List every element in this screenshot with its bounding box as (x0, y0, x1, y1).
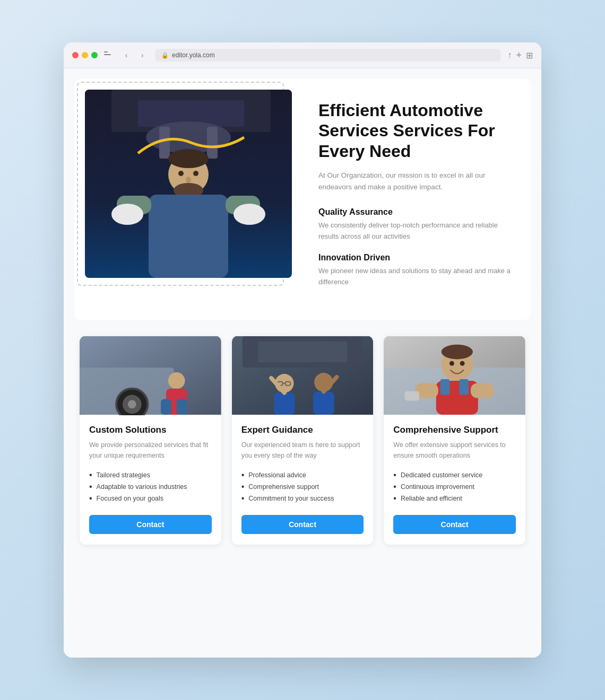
list-item: Adaptable to various industries (89, 481, 212, 493)
feature-quality-desc: We consistently deliver top-notch perfor… (318, 220, 515, 242)
hero-section: Efficient Automotive Services Services F… (74, 79, 531, 320)
svg-point-3 (146, 121, 231, 153)
card-1-body: Custom Solutions We provide personalized… (80, 415, 221, 545)
svg-rect-25 (177, 399, 187, 415)
svg-rect-28 (258, 341, 347, 362)
svg-point-10 (193, 171, 198, 176)
hero-title: Efficient Automotive Services Services F… (318, 100, 515, 161)
hero-text: Efficient Automotive Services Services F… (313, 90, 520, 309)
card-1-contact-button[interactable]: Contact (89, 515, 212, 534)
card-1-desc: We provide personalized services that fi… (89, 440, 212, 461)
maximize-button[interactable] (91, 52, 98, 58)
svg-point-43 (442, 344, 473, 359)
svg-rect-30 (274, 392, 295, 414)
browser-actions: ↑ + ⊞ (507, 50, 533, 61)
feature-innovation-title: Innovation Driven (318, 253, 515, 262)
browser-nav: ‹ › (120, 49, 149, 62)
svg-rect-24 (161, 399, 171, 415)
svg-rect-4 (159, 127, 170, 159)
svg-point-9 (178, 171, 184, 176)
card-2-desc: Our experienced team is here to support … (241, 440, 364, 461)
svg-rect-35 (313, 391, 334, 414)
card-3-body: Comprehensive Support We offer extensive… (384, 415, 525, 545)
list-item: Focused on your goals (89, 493, 212, 504)
list-item: Continuous improvement (393, 481, 516, 493)
feature-quality: Quality Assurance We consistently delive… (318, 207, 515, 242)
lock-icon: 🔒 (161, 52, 169, 59)
share-icon[interactable]: ↑ (507, 50, 512, 60)
svg-point-15 (111, 204, 143, 225)
card-comprehensive-support: Comprehensive Support We offer extensive… (384, 336, 525, 545)
card-1-title: Custom Solutions (89, 425, 212, 435)
svg-rect-5 (207, 127, 218, 159)
hero-subtitle: At Our Organization, our mission is to e… (318, 170, 515, 192)
feature-quality-title: Quality Assurance (318, 207, 515, 217)
svg-point-41 (450, 361, 454, 365)
card-3-image (384, 336, 525, 415)
feature-innovation: Innovation Driven We pioneer new ideas a… (318, 253, 515, 288)
cards-section: Custom Solutions We provide personalized… (74, 336, 531, 545)
extensions-icon[interactable]: ⊞ (526, 50, 533, 60)
svg-rect-45 (440, 379, 450, 395)
svg-point-22 (168, 372, 185, 389)
card-custom-solutions: Custom Solutions We provide personalized… (80, 336, 221, 545)
svg-point-7 (168, 149, 209, 168)
minimize-button[interactable] (82, 52, 88, 58)
hero-image-wrapper (85, 90, 292, 278)
browser-content: Efficient Automotive Services Services F… (64, 68, 541, 658)
card-3-contact-button[interactable]: Contact (393, 515, 516, 534)
card-3-desc: We offer extensive support services to e… (393, 440, 516, 461)
feature-innovation-desc: We pioneer new ideas and solutions to st… (318, 266, 515, 288)
svg-rect-48 (405, 391, 420, 400)
card-2-title: Expert Guidance (241, 425, 364, 435)
card-2-list: Professional advice Comprehensive suppor… (241, 469, 364, 504)
forward-button[interactable]: › (136, 49, 149, 62)
hero-image (85, 90, 292, 278)
list-item: Reliable and efficient (393, 493, 516, 504)
card-1-list: Tailored strategies Adaptable to various… (89, 469, 212, 504)
svg-point-42 (460, 361, 465, 365)
add-tab-icon[interactable]: + (516, 50, 522, 61)
list-item: Comprehensive support (241, 481, 364, 493)
browser-window: ‹ › 🔒 editor.yola.com ↑ + ⊞ (64, 42, 541, 658)
traffic-lights (72, 52, 98, 58)
close-button[interactable] (72, 52, 79, 58)
card-2-body: Expert Guidance Our experienced team is … (232, 415, 374, 545)
address-bar[interactable]: 🔒 editor.yola.com (155, 49, 501, 62)
card-3-title: Comprehensive Support (393, 425, 516, 435)
card-3-list: Dedicated customer service Continuous im… (393, 469, 516, 504)
svg-rect-46 (460, 379, 469, 395)
list-item: Tailored strategies (89, 469, 212, 481)
svg-point-16 (234, 204, 265, 225)
svg-rect-49 (471, 383, 494, 398)
sidebar-icon[interactable] (104, 51, 114, 59)
list-item: Dedicated customer service (393, 469, 516, 481)
back-button[interactable]: ‹ (120, 49, 133, 62)
url-text: editor.yola.com (172, 51, 215, 59)
card-2-contact-button[interactable]: Contact (241, 515, 364, 534)
svg-rect-12 (149, 195, 228, 278)
card-1-image (80, 336, 221, 415)
card-2-image (232, 336, 374, 415)
svg-point-21 (128, 400, 136, 408)
card-expert-guidance: Expert Guidance Our experienced team is … (232, 336, 374, 545)
svg-point-11 (186, 177, 191, 183)
list-item: Commitment to your success (241, 493, 364, 504)
browser-chrome: ‹ › 🔒 editor.yola.com ↑ + ⊞ (64, 42, 541, 68)
list-item: Professional advice (241, 469, 364, 481)
